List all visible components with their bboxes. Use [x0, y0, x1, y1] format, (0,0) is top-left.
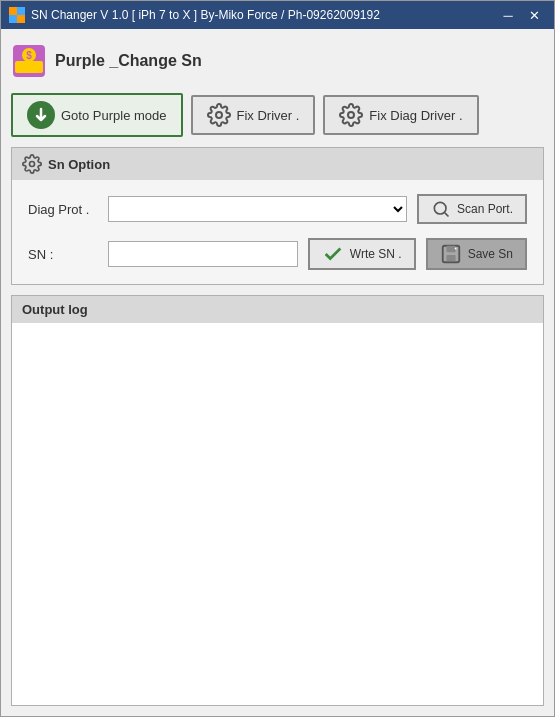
diag-prot-label: Diag Prot . — [28, 202, 98, 217]
svg-rect-14 — [446, 246, 455, 252]
sn-option-body: Diag Prot . Scan Port. SN : — [12, 180, 543, 284]
diag-prot-row: Diag Prot . Scan Port. — [28, 194, 527, 224]
title-bar-left: SN Changer V 1.0 [ iPh 7 to X ] By-Miko … — [9, 7, 380, 23]
goto-icon — [27, 101, 55, 129]
fix-driver-button[interactable]: Fix Driver . — [191, 95, 316, 135]
sn-option-panel: Sn Option Diag Prot . Scan Port. — [11, 147, 544, 285]
app-icon — [9, 7, 25, 23]
purple-header: $ Purple _Change Sn — [11, 39, 544, 83]
window-body: $ Purple _Change Sn Goto Purple mode — [1, 29, 554, 716]
window-controls: ─ ✕ — [496, 5, 546, 25]
fix-driver-icon — [207, 103, 231, 127]
goto-purple-button[interactable]: Goto Purple mode — [11, 93, 183, 137]
save-sn-label: Save Sn — [468, 247, 513, 261]
svg-point-11 — [434, 202, 446, 214]
svg-point-8 — [216, 112, 222, 118]
diag-prot-select[interactable] — [108, 196, 407, 222]
toolbar: Goto Purple mode Fix Driver . Fix Diag D… — [11, 93, 544, 137]
sn-option-header: Sn Option — [12, 148, 543, 180]
purple-title: Purple _Change Sn — [55, 52, 202, 70]
svg-point-10 — [30, 162, 35, 167]
sn-option-title: Sn Option — [48, 157, 110, 172]
title-bar: SN Changer V 1.0 [ iPh 7 to X ] By-Miko … — [1, 1, 554, 29]
svg-rect-0 — [9, 7, 17, 15]
save-sn-button[interactable]: Save Sn — [426, 238, 527, 270]
svg-rect-15 — [446, 255, 455, 261]
write-sn-label: Wrte SN . — [350, 247, 402, 261]
fix-diag-driver-label: Fix Diag Driver . — [369, 108, 462, 123]
scan-port-label: Scan Port. — [457, 202, 513, 216]
scan-icon — [431, 199, 451, 219]
write-sn-button[interactable]: Wrte SN . — [308, 238, 416, 270]
svg-point-16 — [454, 248, 456, 250]
sn-row: SN : Wrte SN . — [28, 238, 527, 270]
title-text: SN Changer V 1.0 [ iPh 7 to X ] By-Miko … — [31, 8, 380, 22]
svg-line-12 — [445, 213, 449, 217]
fix-diag-driver-button[interactable]: Fix Diag Driver . — [323, 95, 478, 135]
fix-diag-icon — [339, 103, 363, 127]
minimize-button[interactable]: ─ — [496, 5, 520, 25]
svg-rect-3 — [17, 15, 25, 23]
checkmark-icon — [322, 243, 344, 265]
output-title: Output log — [22, 302, 88, 317]
close-button[interactable]: ✕ — [522, 5, 546, 25]
scan-port-button[interactable]: Scan Port. — [417, 194, 527, 224]
svg-rect-2 — [9, 15, 17, 23]
purple-header-icon: $ — [11, 43, 47, 79]
svg-rect-5 — [15, 61, 43, 73]
goto-label: Goto Purple mode — [61, 108, 167, 123]
output-header: Output log — [12, 296, 543, 323]
svg-point-9 — [348, 112, 354, 118]
svg-text:$: $ — [26, 50, 32, 61]
svg-rect-1 — [17, 7, 25, 15]
sn-option-gear-icon — [22, 154, 42, 174]
fix-driver-label: Fix Driver . — [237, 108, 300, 123]
output-panel: Output log — [11, 295, 544, 706]
sn-label: SN : — [28, 247, 98, 262]
output-body — [12, 323, 543, 705]
sn-input[interactable] — [108, 241, 298, 267]
save-sn-icon — [440, 243, 462, 265]
main-window: SN Changer V 1.0 [ iPh 7 to X ] By-Miko … — [0, 0, 555, 717]
